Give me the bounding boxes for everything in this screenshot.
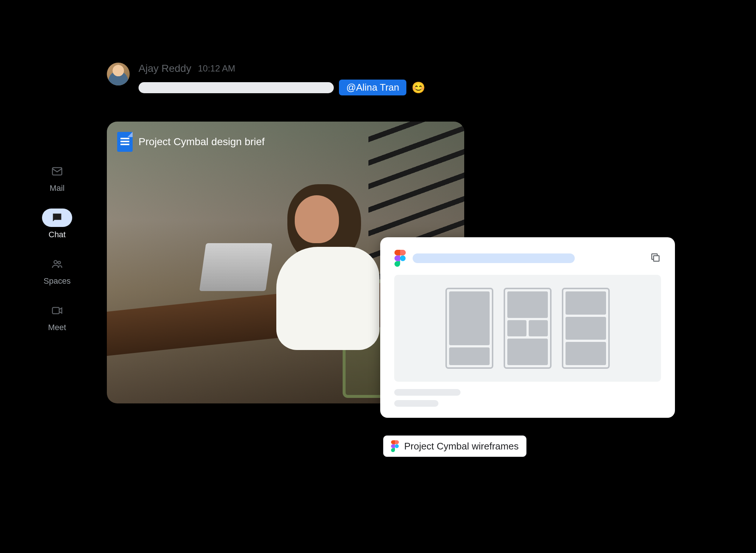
nav-label: Meet (48, 323, 66, 332)
figma-file-chip[interactable]: Project Cymbal wireframes (383, 435, 526, 457)
app-sidebar: Mail Chat Spaces Meet (35, 162, 79, 332)
message-author[interactable]: Ajay Reddy (139, 63, 191, 74)
nav-chat[interactable]: Chat (42, 209, 72, 239)
svg-point-1 (54, 260, 57, 264)
figma-icon (391, 440, 399, 452)
meet-icon (42, 301, 72, 320)
chat-message: Ajay Reddy 10:12 AM @Alina Tran 😊 (107, 63, 425, 95)
avatar[interactable] (107, 63, 130, 85)
nav-label: Chat (49, 230, 66, 239)
nav-spaces[interactable]: Spaces (42, 255, 72, 286)
mention-chip[interactable]: @Alina Tran (339, 80, 406, 95)
nav-mail[interactable]: Mail (42, 162, 72, 193)
svg-point-6 (395, 444, 399, 448)
figma-chip-label: Project Cymbal wireframes (404, 441, 519, 452)
emoji-reaction[interactable]: 😊 (412, 81, 425, 94)
figma-meta-placeholder (394, 389, 661, 407)
spaces-icon (42, 255, 72, 273)
chat-icon (42, 209, 72, 227)
nav-meet[interactable]: Meet (42, 301, 72, 332)
figma-preview-card[interactable] (380, 237, 675, 418)
figma-icon (394, 250, 406, 267)
message-timestamp: 10:12 AM (198, 63, 235, 74)
copy-icon[interactable] (650, 252, 661, 265)
mail-icon (42, 162, 72, 181)
svg-rect-5 (654, 256, 659, 261)
message-text-placeholder (139, 82, 334, 93)
figma-title-placeholder (413, 253, 575, 263)
doc-title: Project Cymbal design brief (139, 136, 265, 148)
svg-rect-3 (52, 308, 59, 314)
google-docs-icon (117, 132, 133, 152)
nav-label: Mail (50, 183, 64, 193)
svg-point-2 (58, 261, 60, 264)
nav-label: Spaces (43, 276, 70, 286)
svg-point-4 (400, 255, 406, 261)
doc-title-chip[interactable]: Project Cymbal design brief (117, 132, 265, 152)
wireframe-thumbnail (394, 275, 661, 382)
